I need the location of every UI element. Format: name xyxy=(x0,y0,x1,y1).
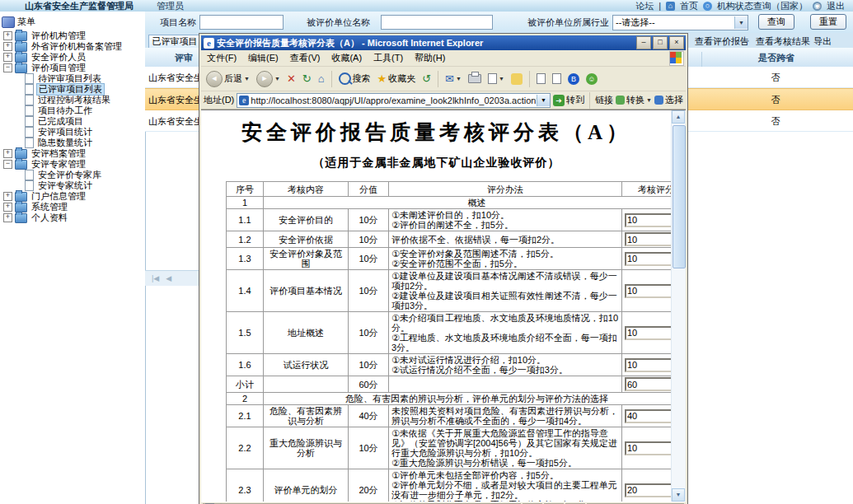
maximize-button[interactable]: □ xyxy=(653,36,668,49)
sidebar-item[interactable]: 过程控制考核结果 xyxy=(0,95,145,105)
collapse-icon[interactable]: − xyxy=(3,63,12,72)
forum-link[interactable]: 论坛 xyxy=(635,0,654,12)
menu-item[interactable]: 收藏(A) xyxy=(326,52,368,64)
score-input[interactable] xyxy=(625,326,672,340)
menu-item[interactable]: 文件(F) xyxy=(201,52,242,64)
logout-icon: ◉ xyxy=(813,2,822,11)
sidebar-item[interactable]: +个人资料 xyxy=(0,212,145,223)
project-name-input[interactable] xyxy=(199,15,284,30)
url-text: http://localhost:8080/aqpj/UI/appro/exam… xyxy=(251,96,537,105)
ie-toolbar: ◄ 后退 ▼ ► ▼ ✕ ↻ ⌂ 搜索 ★ 收藏夹 ↺ ✉▼ xyxy=(201,67,686,91)
first-page-button[interactable]: |◀ xyxy=(152,274,159,282)
scroll-up-icon[interactable]: ▲ xyxy=(672,110,685,124)
view-report-link[interactable]: 查看评价报告 xyxy=(695,35,749,48)
tab-reviewed-projects[interactable]: 已评审项目列表 xyxy=(148,35,201,48)
bluetooth-button[interactable]: B xyxy=(565,72,582,86)
expand-icon[interactable]: + xyxy=(3,31,12,40)
view-assessment-link[interactable]: 查看考核结果 xyxy=(756,35,810,48)
lookup-button[interactable] xyxy=(550,72,564,85)
expand-icon[interactable]: + xyxy=(3,213,12,222)
prev-page-button[interactable]: ◀ xyxy=(166,274,171,282)
score-input[interactable] xyxy=(625,252,672,266)
stop-button[interactable]: ✕ xyxy=(284,72,298,86)
page-icon xyxy=(25,116,34,127)
query-button[interactable]: 查询 xyxy=(758,14,794,30)
header-links: 论坛 | ⌂ 首页 ○ 机构状态查询（国家） ◉ 退出 xyxy=(635,0,845,12)
desktop: 山东省安全生产监督管理局 管理员 论坛 | ⌂ 首页 ○ 机构状态查询（国家） … xyxy=(0,0,853,504)
logout-link[interactable]: 退出 xyxy=(827,0,845,12)
sidebar-root[interactable]: 菜单 xyxy=(2,16,145,28)
mail-button[interactable]: ✉▼ xyxy=(443,72,464,86)
scrollbar-thumb[interactable] xyxy=(673,125,686,268)
collapse-icon[interactable]: − xyxy=(3,160,12,169)
score-input[interactable] xyxy=(625,483,672,497)
search-icon xyxy=(339,72,351,85)
industry-label: 被评价单位所属行业 xyxy=(527,16,609,29)
score-input[interactable] xyxy=(625,284,672,298)
sidebar-item[interactable]: 已完成项目 xyxy=(0,116,145,127)
sidebar-item-label: 已评审项目列表 xyxy=(36,83,105,96)
sidebar-item[interactable]: −评价项目管理 xyxy=(0,63,145,73)
back-button[interactable]: ◄ 后退 ▼ xyxy=(204,70,252,88)
score-input[interactable] xyxy=(625,213,672,227)
links-label[interactable]: 链接 xyxy=(595,94,613,106)
sidebar-item[interactable]: 已评审项目列表 xyxy=(0,84,145,95)
edit-button[interactable]: ▼ xyxy=(485,72,507,85)
project-name-label: 项目名称 xyxy=(160,16,196,29)
scroll-down-icon[interactable]: ▼ xyxy=(672,488,685,502)
discuss-button[interactable] xyxy=(509,72,525,86)
address-input[interactable]: e http://localhost:8080/aqpj/UI/appro/ex… xyxy=(237,93,551,108)
refresh-button[interactable]: ↻ xyxy=(300,72,314,86)
score-input[interactable] xyxy=(625,441,672,455)
print-button[interactable] xyxy=(466,73,484,84)
history-button[interactable]: ↺ xyxy=(419,72,434,86)
home-link[interactable]: 首页 xyxy=(680,0,698,12)
vertical-scrollbar[interactable]: ▲ ▼ xyxy=(671,110,686,502)
expand-icon[interactable]: + xyxy=(3,203,12,212)
expand-icon[interactable]: + xyxy=(3,42,12,51)
reset-button[interactable]: 重置 xyxy=(810,14,846,30)
seq-cell: 1.3 xyxy=(227,248,264,270)
menu-item[interactable]: 查看(V) xyxy=(284,52,326,64)
close-button[interactable]: × xyxy=(669,36,684,49)
menu-item[interactable]: 工具(T) xyxy=(368,52,409,64)
sidebar-item[interactable]: 安评项目统计 xyxy=(0,127,145,138)
score-input[interactable] xyxy=(625,409,672,423)
messenger-icon: ☺ xyxy=(586,73,598,85)
score-input[interactable] xyxy=(625,377,672,391)
sidebar-item[interactable]: 安全评价专家库 xyxy=(0,170,145,180)
sidebar-item-label: 过程控制考核结果 xyxy=(36,95,112,105)
computer-icon xyxy=(2,16,15,28)
content-cell: 危险、有害因素辨识与分析 xyxy=(264,405,349,427)
column-header: 考核内容 xyxy=(264,182,349,197)
sidebar-item-label: 系统管理 xyxy=(30,202,69,212)
menu-item[interactable]: 帮助(H) xyxy=(409,52,451,64)
sidebar-item-label: 评价机构管理 xyxy=(30,30,87,41)
industry-select[interactable]: --请选择-- ▼ xyxy=(612,15,748,30)
score-input[interactable] xyxy=(625,232,672,246)
home-button[interactable]: ⌂ xyxy=(316,72,327,86)
unit-name-input[interactable] xyxy=(381,15,493,30)
sidebar-item[interactable]: 项目待办工作 xyxy=(0,105,145,116)
messenger-button[interactable]: ☺ xyxy=(584,72,600,86)
search-button[interactable]: 搜索 xyxy=(336,72,373,86)
menu-item[interactable]: 编辑(E) xyxy=(242,52,284,64)
expand-icon[interactable]: + xyxy=(3,149,12,158)
sidebar-item[interactable]: −安评专家管理 xyxy=(0,159,145,170)
expand-icon[interactable]: + xyxy=(3,192,12,201)
cross-province-cell: 否 xyxy=(701,72,850,84)
folder-icon xyxy=(15,213,27,223)
status-query-link[interactable]: 机构状态查询（国家） xyxy=(717,0,808,12)
score-input[interactable] xyxy=(625,358,672,372)
column-header: 考核评分 xyxy=(622,182,673,197)
expand-icon[interactable]: + xyxy=(3,53,12,62)
select-button[interactable]: 选择 xyxy=(654,94,683,106)
favorites-button[interactable]: ★ 收藏夹 xyxy=(375,72,419,86)
go-button[interactable]: ➔ 转到 xyxy=(553,94,584,106)
forward-button[interactable]: ► ▼ xyxy=(254,70,283,88)
convert-button[interactable]: 转换 ▼ xyxy=(616,94,652,106)
star-icon: ★ xyxy=(377,72,387,86)
method-cell: ①未介绍项目工程地质、水文地质及环境地质情况，扣10分。 ②工程地质、水文地质及… xyxy=(389,312,622,354)
research-button[interactable] xyxy=(534,72,548,85)
minimize-button[interactable]: – xyxy=(636,36,651,49)
